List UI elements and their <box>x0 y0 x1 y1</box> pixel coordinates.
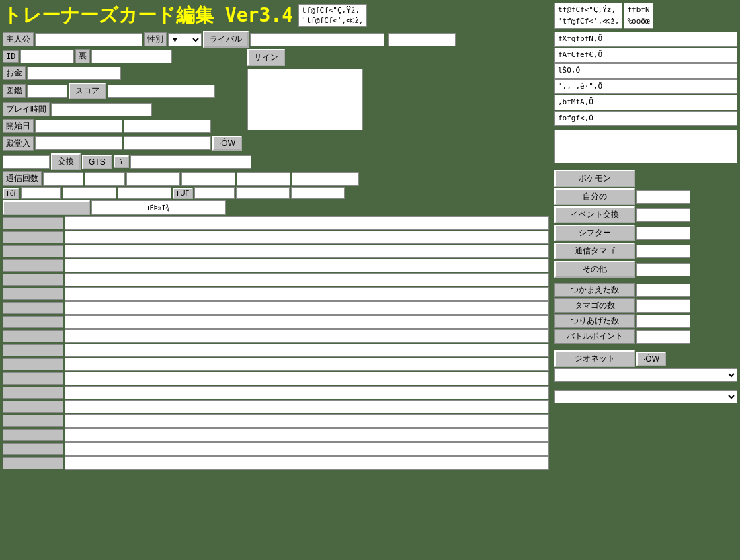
input-icon3-1[interactable] <box>194 187 235 199</box>
btn-icon2[interactable]: Ⅱöí <box>3 188 19 199</box>
btn-list-label[interactable] <box>3 200 90 215</box>
list-input[interactable] <box>65 344 549 357</box>
input-rival2[interactable] <box>388 33 456 46</box>
input-comm2[interactable] <box>85 172 125 186</box>
input-startdate1[interactable] <box>35 120 122 133</box>
label-startdate: 開始日 <box>3 119 34 133</box>
list-input[interactable] <box>65 442 549 456</box>
input-money[interactable] <box>27 67 121 80</box>
list-item <box>3 344 549 357</box>
list-item <box>3 273 549 286</box>
btn-rival[interactable]: ライバル <box>203 31 249 48</box>
list-header: ⅠÊÞ»Ï¾ <box>91 200 226 215</box>
list-input[interactable] <box>65 231 549 244</box>
enc-item-2: lŜO,Ö <box>554 63 737 79</box>
input-icon2-2[interactable] <box>63 187 116 199</box>
btn-icon3[interactable]: ⅡÜΓ <box>173 188 193 199</box>
list-input[interactable] <box>65 329 549 343</box>
list-item <box>3 358 549 371</box>
input-tamago[interactable] <box>636 299 690 313</box>
btn-icon1[interactable]: î̈ <box>114 155 129 168</box>
encoding-top-2: ffbfN %ooðœ <box>624 3 653 29</box>
list-input[interactable] <box>65 414 549 428</box>
list-input[interactable] <box>65 428 549 442</box>
enc-item-3: ',,-,è·",Ö <box>554 79 737 95</box>
btn-tsushin-tamago[interactable]: 通信タマゴ <box>554 243 635 259</box>
input-exchange-pre[interactable] <box>3 155 50 169</box>
btn-score[interactable]: スコア <box>69 83 106 99</box>
input-icon3-3[interactable] <box>291 187 345 199</box>
input-id[interactable] <box>20 50 74 63</box>
input-back[interactable] <box>91 50 172 63</box>
input-icon2-1[interactable] <box>21 187 61 199</box>
input-tsushin-tamago[interactable] <box>636 245 690 258</box>
select-gionet-1[interactable] <box>554 368 737 382</box>
input-hof1[interactable] <box>35 136 122 150</box>
list-item <box>3 329 549 343</box>
btn-gionet[interactable]: ジオネット <box>554 350 635 367</box>
list-input[interactable] <box>65 372 549 385</box>
enc-item-0: fXfgfbfN,Ö <box>554 32 737 47</box>
input-comm5[interactable] <box>237 172 290 186</box>
input-shifter[interactable] <box>636 227 690 240</box>
list-item <box>3 442 549 456</box>
label-back: 裏 <box>75 49 90 63</box>
sign-canvas[interactable] <box>247 69 363 130</box>
input-event-exchange[interactable] <box>636 208 690 222</box>
input-startdate2[interactable] <box>124 120 211 133</box>
list-item <box>3 428 549 442</box>
input-tsukamaeta[interactable] <box>636 284 690 297</box>
input-battle-point[interactable] <box>636 330 690 344</box>
input-comm1[interactable] <box>43 172 83 186</box>
app-title: トレーナーズカード編集 Ver3.4 <box>3 3 293 28</box>
label-halloffame: 殿堂入 <box>3 136 34 151</box>
btn-pokemon[interactable]: ポケモン <box>554 170 635 187</box>
list-input[interactable] <box>65 315 549 329</box>
btn-exchange[interactable]: 交換 <box>51 153 81 170</box>
list-item <box>3 245 549 258</box>
input-comm3[interactable] <box>126 172 180 186</box>
btn-gionet-waza[interactable]: ·ÒW <box>636 352 666 366</box>
btn-shifter[interactable]: シフター <box>554 225 635 241</box>
input-score[interactable] <box>108 85 215 98</box>
list-input[interactable] <box>65 216 549 230</box>
list-input[interactable] <box>65 273 549 286</box>
select-gender[interactable]: ▼ ♂ ♀ <box>168 33 202 46</box>
btn-sonota[interactable]: その他 <box>554 261 635 278</box>
list-input[interactable] <box>65 301 549 315</box>
gionet-section: ジオネット ·ÒW <box>554 350 737 403</box>
list-item <box>3 231 549 244</box>
avatar-box <box>554 130 737 163</box>
btn-gts[interactable]: GTS <box>82 155 112 169</box>
input-icon2-3[interactable] <box>118 187 171 199</box>
input-exchange-val[interactable] <box>130 155 251 169</box>
list-input[interactable] <box>65 287 549 301</box>
input-icon3-2[interactable] <box>236 187 290 199</box>
list-item <box>3 372 549 385</box>
label-playtime: プレイ時間 <box>3 102 50 116</box>
list-input[interactable] <box>65 400 549 413</box>
input-comm4[interactable] <box>181 172 235 186</box>
btn-sign[interactable]: サイン <box>247 49 285 66</box>
list-input[interactable] <box>65 358 549 371</box>
input-zukan[interactable] <box>27 85 67 98</box>
input-hof2[interactable] <box>124 136 211 150</box>
input-rival[interactable] <box>250 33 384 46</box>
label-comm-count: 通信回数 <box>3 171 42 186</box>
list-input[interactable] <box>65 259 549 272</box>
btn-jibun[interactable]: 自分の <box>554 188 635 205</box>
input-sonota[interactable] <box>636 263 690 276</box>
list-input[interactable] <box>65 245 549 258</box>
enc-item-4: ,bfMfA,Ö <box>554 95 737 110</box>
btn-tsukaeru[interactable]: ·ÒW <box>212 136 242 151</box>
input-jibun[interactable] <box>636 190 690 204</box>
encoding-box-1: tf@fCf<"Ç,Ÿż, 'tf@fCf<',≪ż, <box>298 4 366 28</box>
select-gionet-2[interactable] <box>554 390 737 403</box>
btn-event-exchange[interactable]: イベント交換 <box>554 206 635 223</box>
input-protagonist[interactable] <box>35 33 142 46</box>
input-tsuriageta[interactable] <box>636 315 690 328</box>
list-input[interactable] <box>65 386 549 399</box>
input-playtime[interactable] <box>51 103 152 116</box>
list-input[interactable] <box>65 456 549 470</box>
input-comm6[interactable] <box>292 172 359 186</box>
